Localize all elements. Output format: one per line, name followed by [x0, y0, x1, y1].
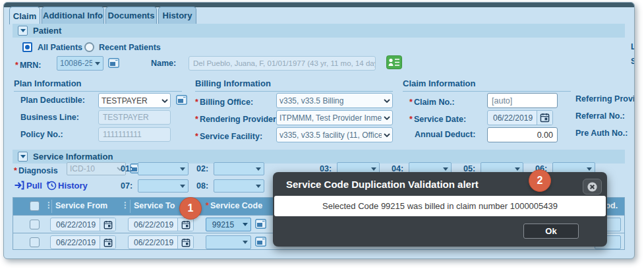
service-section-title: Service Information [33, 152, 113, 162]
calendar-icon[interactable] [537, 111, 552, 125]
chevron-down-icon [512, 167, 523, 171]
service-section-header: Service Information [13, 150, 625, 164]
callout-badge-1: 1 [179, 197, 202, 220]
diag-slot-08-select[interactable] [214, 179, 264, 193]
diag-slot-02-label: 02: [196, 164, 208, 173]
col-header-service-to[interactable]: Service To [134, 201, 175, 210]
calendar-icon[interactable] [100, 236, 115, 249]
required-marker: * [195, 115, 198, 124]
rendering-provider-value: ITPMMM, Test Provider Inmedia [277, 113, 382, 123]
col-header-service-code[interactable]: *Service Code [206, 201, 262, 210]
pull-link[interactable]: Pull [26, 181, 42, 191]
all-patients-radio[interactable] [22, 42, 32, 52]
clipped-label-s: S [631, 57, 635, 66]
tab-additional-info[interactable]: Additional Info [42, 7, 104, 24]
service-from-value: 06/22/2019 [51, 236, 100, 249]
required-marker: * [14, 166, 17, 175]
icd-version-select[interactable]: ICD-10 [67, 162, 126, 175]
tab-history-label: History [163, 11, 192, 20]
service-facility-value: v335, v33.5 facility (11, Office) [277, 131, 382, 140]
diag-slot-01-label: 01: [121, 164, 132, 173]
calendar-icon[interactable] [177, 236, 193, 249]
diag-slot-07-select[interactable] [138, 179, 189, 193]
policy-no-label: Policy No.: [20, 130, 63, 139]
history-link[interactable]: History [58, 181, 88, 191]
claim-no-label: *Claim No.: [409, 96, 455, 107]
calendar-icon[interactable] [100, 218, 115, 231]
tab-history[interactable]: History [158, 7, 196, 24]
collapse-patient-button[interactable] [18, 26, 28, 36]
recent-patients-radio[interactable] [84, 42, 94, 52]
dialog-close-button[interactable] [583, 179, 602, 194]
history-icon[interactable] [46, 180, 57, 193]
tab-documents-label: Documents [108, 11, 155, 20]
recent-patients-label: Recent Patients [99, 43, 161, 52]
plan-deductible-label: Plan Deductible: [20, 96, 85, 105]
icd-version-value: ICD-10 [67, 164, 115, 173]
service-date-field[interactable]: 06/22/2019 [487, 110, 553, 125]
chevron-down-icon [177, 167, 188, 171]
diag-slot-01-select[interactable] [138, 162, 189, 175]
service-date-label: *Service Date: [409, 113, 466, 125]
chevron-down-icon [92, 62, 103, 65]
ok-button[interactable]: Ok [523, 224, 579, 239]
service-from-date[interactable]: 06/22/2019 [50, 235, 116, 249]
chevron-down-icon [253, 185, 264, 188]
required-marker: * [15, 61, 18, 70]
rendering-provider-select[interactable]: ITPMMM, Test Provider Inmedia [276, 110, 393, 125]
service-code-select[interactable] [206, 235, 251, 249]
row-checkbox[interactable] [30, 220, 40, 229]
patient-section-title: Patient [33, 26, 61, 36]
service-to-date[interactable]: 06/22/2019 [128, 218, 194, 231]
claim-no-field[interactable]: [auto] [487, 93, 558, 108]
chevron-down-icon [240, 241, 250, 244]
required-marker: * [409, 115, 413, 124]
referring-provider-label: Referring Provider [575, 94, 635, 104]
col-header-service-from[interactable]: Service From [55, 201, 107, 210]
dialog-body: Selected Code 99215 was billed in claim … [274, 196, 606, 216]
dialog-title: Service Code Duplication Validation aler… [286, 179, 479, 190]
diag-slot-02-select[interactable] [214, 162, 264, 175]
row-checkbox[interactable] [30, 237, 40, 247]
service-code-lookup-icon[interactable] [255, 219, 266, 231]
plan-lookup-icon[interactable] [176, 95, 187, 107]
service-code-select[interactable]: 99215 [206, 218, 251, 231]
mrn-select[interactable]: 10086-25 [57, 56, 103, 71]
plan-deductible-select[interactable]: TESTPAYER [98, 93, 171, 108]
pull-icon[interactable] [14, 180, 24, 193]
chevron-down-icon [253, 167, 264, 171]
service-from-date[interactable]: 06/22/2019 [50, 218, 116, 231]
tab-claim[interactable]: Claim [9, 7, 40, 24]
dialog-message: Selected Code 99215 was billed in claim … [322, 201, 558, 211]
name-label: Name: [151, 59, 176, 68]
diag-slot-08-label: 08: [196, 181, 208, 191]
service-code-lookup-icon[interactable] [255, 237, 266, 249]
billing-office-select[interactable]: v335, v33.5 Billing [276, 93, 393, 108]
chevron-down-icon [177, 185, 188, 188]
chevron-down-icon [160, 99, 170, 103]
service-facility-select[interactable]: v335, v33.5 facility (11, Office) [276, 127, 393, 142]
billing-office-value: v335, v33.5 Billing [277, 96, 382, 105]
mrn-lookup-icon[interactable] [108, 58, 119, 71]
service-date-value: 06/22/2019 [488, 111, 537, 125]
required-marker: * [409, 98, 413, 107]
tab-documents[interactable]: Documents [105, 7, 157, 24]
patient-card-icon[interactable] [386, 55, 402, 72]
patient-section-header: Patient [13, 24, 625, 38]
mrn-value: 10086-25 [57, 59, 92, 68]
select-all-checkbox[interactable] [30, 201, 40, 211]
collapse-service-button[interactable] [18, 152, 28, 162]
diagnosis-label: *Diagnosis [14, 164, 58, 176]
column-menu-icon[interactable]: ⋮ [121, 202, 129, 208]
calendar-icon[interactable] [177, 218, 193, 231]
annual-deduct-field[interactable]: 0.00 [487, 127, 558, 142]
policy-no-field: 1111111111 [98, 127, 171, 142]
claim-window: Claim Additional Info Documents History … [3, 2, 635, 259]
required-marker: * [195, 132, 198, 141]
chevron-down-icon [440, 167, 451, 171]
chevron-down-icon [584, 167, 595, 171]
service-to-value: 06/22/2019 [129, 236, 177, 249]
business-line-field: TESTPAYER [98, 110, 171, 125]
mrn-label: *MRN: [15, 59, 42, 71]
service-to-date[interactable]: 06/22/2019 [128, 235, 194, 249]
